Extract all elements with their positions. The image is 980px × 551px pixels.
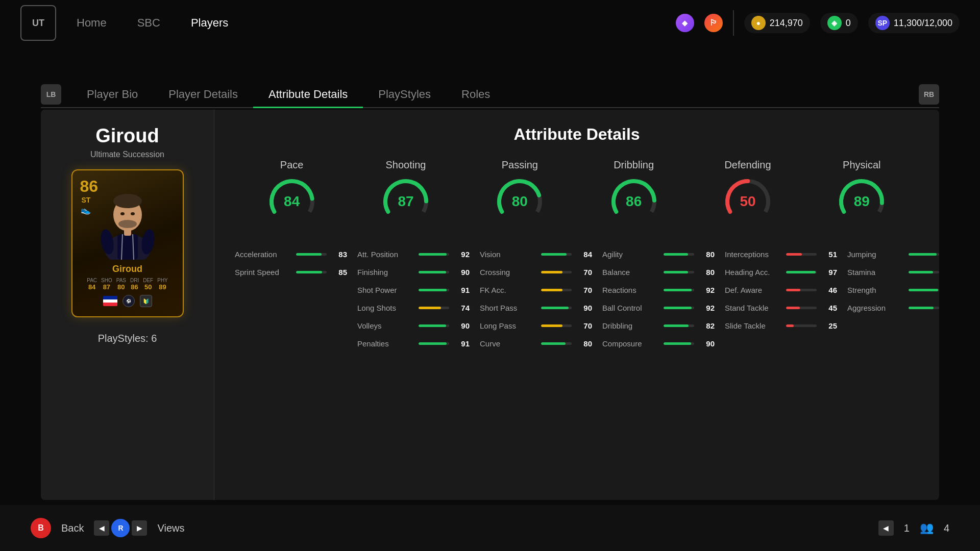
- attr-bar-bg: [419, 253, 449, 256]
- attr-value: 90: [454, 268, 470, 277]
- r-button[interactable]: R: [111, 519, 130, 537]
- attr-name: Long Shots: [357, 304, 413, 312]
- attr-bar-fill: [296, 271, 322, 273]
- attr-row: Shot Power 91: [357, 286, 470, 294]
- attr-bar-bg: [419, 271, 449, 273]
- attr-bar-bg: [786, 289, 817, 291]
- attr-bar-bg: [664, 271, 694, 273]
- nav-players[interactable]: Players: [191, 16, 228, 30]
- attr-value: 91: [454, 339, 470, 348]
- attr-row: Reactions 92: [602, 286, 715, 294]
- gauge-value: 86: [626, 193, 642, 210]
- attr-name: Aggression: [847, 304, 903, 312]
- attr-bar-fill: [419, 342, 447, 345]
- bottom-right-info: ◀ 1 👥 4: [878, 520, 949, 536]
- attr-bar-fill: [419, 253, 447, 256]
- attr-row: Penalties 91: [357, 339, 470, 348]
- attr-row: Agility 80: [602, 250, 715, 259]
- attr-value: 45: [822, 304, 837, 312]
- attr-bar-fill: [419, 324, 446, 327]
- coin-icon: ●: [751, 16, 766, 30]
- attr-bar-fill: [664, 289, 692, 291]
- attr-value: 84: [577, 250, 592, 259]
- nav-home[interactable]: Home: [77, 16, 107, 30]
- attr-bar-fill: [419, 289, 447, 291]
- tab-player-details[interactable]: Player Details: [153, 82, 253, 107]
- attr-bar-bg: [541, 324, 572, 327]
- page-prev[interactable]: ◀: [878, 520, 894, 536]
- attr-row: Heading Acc. 97: [725, 268, 837, 277]
- attr-col-defending: Interceptions 51 Heading Acc. 97 Def. Aw…: [725, 250, 837, 357]
- tabs-bar: LB Player Bio Player Details Attribute D…: [41, 82, 939, 108]
- attr-bar-fill: [786, 324, 794, 327]
- svg-point-6: [113, 194, 142, 208]
- attr-row: Slide Tackle 25: [725, 321, 837, 330]
- attr-bar-fill: [541, 324, 562, 327]
- attr-bar-bg: [296, 253, 327, 256]
- attr-row: Long Pass 70: [480, 321, 592, 330]
- attr-row: Curve 80: [480, 339, 592, 348]
- player-subtitle: Ultimate Succession: [90, 150, 164, 159]
- sp-value: 11,300/12,000: [894, 18, 952, 29]
- attr-row: Aggression 81: [847, 304, 939, 312]
- views-label: Views: [157, 522, 184, 534]
- b-button[interactable]: B: [31, 518, 51, 538]
- top-navigation: UT Home SBC Players ◆ 🏳 ● 214,970 ◈ 0 SP…: [0, 0, 980, 46]
- card-stat-sho: SHO 87: [101, 278, 112, 291]
- page-arrows: ◀: [878, 520, 894, 536]
- attr-bar-fill: [541, 253, 567, 256]
- attr-bar-bg: [664, 342, 694, 345]
- attr-name: Short Pass: [480, 304, 536, 312]
- attr-value: 92: [699, 286, 715, 294]
- boot-icon: 👟: [81, 205, 91, 215]
- attr-row: Long Shots 74: [357, 304, 470, 312]
- transfer-badge: ◈ 0: [820, 13, 858, 33]
- main-content: Giroud Ultimate Succession 86 ST 👟: [41, 110, 939, 500]
- tab-attribute-details[interactable]: Attribute Details: [253, 82, 363, 107]
- svg-rect-1: [117, 234, 138, 260]
- special-badge: 🔰: [140, 295, 152, 307]
- attr-name: Penalties: [357, 339, 413, 348]
- gauge-value: 80: [512, 193, 528, 210]
- attr-name: Interceptions: [725, 250, 781, 259]
- separator: [733, 10, 734, 36]
- attr-row: Att. Position 92: [357, 250, 470, 259]
- attr-bar-bg: [419, 307, 449, 309]
- attr-col-passing: Vision 84 Crossing 70 FK Acc. 70 Short P…: [480, 250, 592, 357]
- attr-row: Crossing 70: [480, 268, 592, 277]
- attr-name: Agility: [602, 250, 658, 259]
- right-arrow[interactable]: ▶: [132, 520, 147, 536]
- cat-name: Passing: [494, 159, 545, 171]
- gauge: 89: [836, 176, 887, 227]
- attr-bar-fill: [419, 307, 441, 309]
- player-figure: [92, 183, 163, 260]
- attr-col-physical: Jumping 92 Stamina 80 Strength 97 Aggres…: [847, 250, 939, 357]
- nav-sbc[interactable]: SBC: [137, 16, 160, 30]
- tab-playstyles[interactable]: PlayStyles: [363, 82, 446, 107]
- attr-row: Stamina 80: [847, 268, 939, 277]
- attr-bar-bg: [541, 253, 572, 256]
- tab-roles[interactable]: Roles: [446, 82, 505, 107]
- gauge: 50: [722, 176, 773, 227]
- playstyles-count: PlayStyles: 6: [98, 333, 157, 344]
- attr-value: 25: [822, 321, 837, 330]
- attr-bar-bg: [786, 253, 817, 256]
- card-stat-def: DEF 50: [143, 278, 153, 291]
- svg-point-8: [131, 212, 135, 215]
- attr-bar-bg: [786, 307, 817, 309]
- attr-bar-fill: [909, 271, 933, 273]
- france-flag: [103, 296, 117, 306]
- attr-value: 92: [699, 304, 715, 312]
- attr-value: 83: [332, 250, 347, 259]
- tab-player-bio[interactable]: Player Bio: [71, 82, 153, 107]
- left-arrow[interactable]: ◀: [94, 520, 109, 536]
- card-player-name: Giroud: [112, 264, 142, 274]
- attr-value: 70: [577, 268, 592, 277]
- division-icon: ◆: [676, 14, 694, 32]
- attr-name: Def. Aware: [725, 286, 781, 294]
- attr-name: Att. Position: [357, 250, 413, 259]
- player-name: Giroud: [95, 125, 159, 147]
- attr-bar-fill: [664, 324, 689, 327]
- attr-bar-bg: [419, 324, 449, 327]
- attr-bar-fill: [786, 289, 800, 291]
